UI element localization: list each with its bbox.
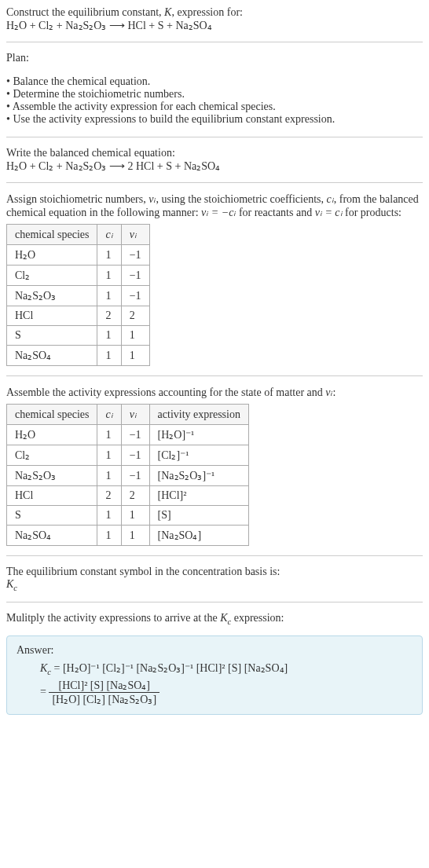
table-header-row: chemical species cᵢ νᵢ	[7, 225, 150, 245]
intro-K: K	[164, 6, 171, 18]
plan-block: Plan: • Balance the chemical equation. •…	[6, 52, 423, 126]
cell-species: HCl	[7, 306, 97, 326]
plan-item: • Determine the stoichiometric numbers.	[6, 88, 423, 101]
cell-species: S	[7, 506, 97, 526]
multiply-text: Mulitply the activity expressions to arr…	[6, 612, 220, 624]
cell-ci: 2	[97, 306, 121, 326]
cell-ci: 1	[97, 346, 121, 366]
equals: =	[54, 662, 63, 674]
col-species: chemical species	[7, 405, 97, 425]
answer-kc: K	[40, 662, 47, 674]
cell-vi: −1	[121, 266, 149, 286]
col-activity: activity expression	[149, 405, 248, 425]
assign-ci: cᵢ	[327, 193, 334, 205]
divider	[6, 375, 423, 376]
cell-activity: [Cl₂]⁻¹	[149, 445, 248, 466]
assemble-block: Assemble the activity expressions accoun…	[6, 386, 423, 546]
multiply-kc: K	[220, 612, 227, 624]
cell-activity: [HCl]²	[149, 486, 248, 506]
table-row: H₂O1−1[H₂O]⁻¹	[7, 425, 249, 445]
fraction-denominator: [H₂O] [Cl₂] [Na₂S₂O₃]	[49, 693, 160, 706]
assign-rule: νᵢ = cᵢ	[315, 207, 343, 218]
cell-vi: −1	[121, 445, 149, 466]
table-row: Cl₂1−1	[7, 266, 150, 286]
assign-text: for products:	[343, 207, 402, 218]
cell-activity: [S]	[149, 506, 248, 526]
table-row: S11[S]	[7, 506, 249, 526]
divider	[6, 137, 423, 137]
col-ci: cᵢ	[97, 225, 121, 245]
table-row: Na₂S₂O₃1−1[Na₂S₂O₃]⁻¹	[7, 466, 249, 486]
intro-equation: H₂O + Cl₂ + Na₂S₂O₃ ⟶ HCl + S + Na₂SO₄	[6, 20, 212, 31]
table-row: Cl₂1−1[Cl₂]⁻¹	[7, 445, 249, 466]
intro-text-b: , expression for:	[171, 6, 243, 18]
table-row: H₂O1−1	[7, 245, 150, 266]
cell-vi: 1	[121, 346, 149, 366]
cell-vi: 1	[121, 326, 149, 346]
answer-fraction: [HCl]² [S] [Na₂SO₄] [H₂O] [Cl₂] [Na₂S₂O₃…	[49, 679, 160, 706]
table-row: Na₂SO₄11	[7, 346, 150, 366]
cell-species: S	[7, 326, 97, 346]
divider	[6, 602, 423, 602]
cell-ci: 1	[97, 425, 121, 445]
cell-ci: 1	[97, 245, 121, 266]
activity-table: chemical species cᵢ νᵢ activity expressi…	[6, 404, 249, 546]
cell-ci: 1	[97, 326, 121, 346]
cell-species: Na₂S₂O₃	[7, 466, 97, 486]
cell-species: H₂O	[7, 245, 97, 266]
plan-item: • Assemble the activity expression for e…	[6, 101, 423, 113]
intro-text: Construct the equilibrium constant,	[6, 6, 164, 18]
assign-text: Assign stoichiometric numbers,	[6, 193, 148, 205]
symbol-text: The equilibrium constant symbol in the c…	[6, 566, 423, 578]
divider	[6, 42, 423, 42]
cell-ci: 1	[97, 466, 121, 486]
plan-item: • Balance the chemical equation.	[6, 75, 423, 88]
cell-species: H₂O	[7, 425, 97, 445]
cell-ci: 1	[97, 266, 121, 286]
cell-ci: 1	[97, 526, 121, 546]
table-row: HCl22	[7, 306, 150, 326]
cell-ci: 2	[97, 486, 121, 506]
multiply-text: expression:	[231, 612, 284, 624]
symbol-block: The equilibrium constant symbol in the c…	[6, 566, 423, 592]
divider	[6, 555, 423, 556]
table-header-row: chemical species cᵢ νᵢ activity expressi…	[7, 405, 249, 425]
table-row: Na₂S₂O₃1−1	[7, 286, 150, 306]
assemble-text: :	[333, 386, 336, 398]
cell-vi: 1	[121, 526, 149, 546]
cell-species: Na₂S₂O₃	[7, 286, 97, 306]
cell-vi: −1	[121, 466, 149, 486]
assemble-text: Assemble the activity expressions accoun…	[6, 386, 325, 398]
cell-species: HCl	[7, 486, 97, 506]
cell-species: Na₂SO₄	[7, 526, 97, 546]
cell-vi: −1	[121, 245, 149, 266]
cell-ci: 1	[97, 445, 121, 466]
answer-product: [H₂O]⁻¹ [Cl₂]⁻¹ [Na₂S₂O₃]⁻¹ [HCl]² [S] […	[63, 662, 288, 674]
answer-kc-sub: c	[47, 667, 51, 676]
table-row: Na₂SO₄11[Na₂SO₄]	[7, 526, 249, 546]
cell-ci: 1	[97, 506, 121, 526]
symbol-kc: K	[6, 578, 13, 590]
assemble-vi: νᵢ	[325, 386, 332, 398]
intro-block: Construct the equilibrium constant, K, e…	[6, 6, 423, 32]
cell-activity: [Na₂S₂O₃]⁻¹	[149, 466, 248, 486]
cell-species: Na₂SO₄	[7, 346, 97, 366]
col-species: chemical species	[7, 225, 97, 245]
col-ci: cᵢ	[97, 405, 121, 425]
balanced-block: Write the balanced chemical equation: H₂…	[6, 147, 423, 173]
stoichiometry-table: chemical species cᵢ νᵢ H₂O1−1 Cl₂1−1 Na₂…	[6, 224, 150, 366]
assign-text: for reactants and	[236, 207, 314, 218]
cell-species: Cl₂	[7, 445, 97, 466]
balanced-heading: Write the balanced chemical equation:	[6, 147, 423, 159]
fraction-numerator: [HCl]² [S] [Na₂SO₄]	[49, 679, 160, 693]
equals: =	[40, 686, 49, 698]
cell-vi: 2	[121, 306, 149, 326]
balanced-equation: H₂O + Cl₂ + Na₂S₂O₃ ⟶ 2 HCl + S + Na₂SO₄	[6, 159, 423, 173]
cell-vi: 2	[121, 486, 149, 506]
cell-activity: [H₂O]⁻¹	[149, 425, 248, 445]
multiply-block: Mulitply the activity expressions to arr…	[6, 612, 423, 626]
answer-box: Answer: Kc = [H₂O]⁻¹ [Cl₂]⁻¹ [Na₂S₂O₃]⁻¹…	[6, 635, 423, 716]
assign-text: , using the stoichiometric coefficients,	[156, 193, 326, 205]
table-row: HCl22[HCl]²	[7, 486, 249, 506]
col-vi: νᵢ	[121, 405, 149, 425]
